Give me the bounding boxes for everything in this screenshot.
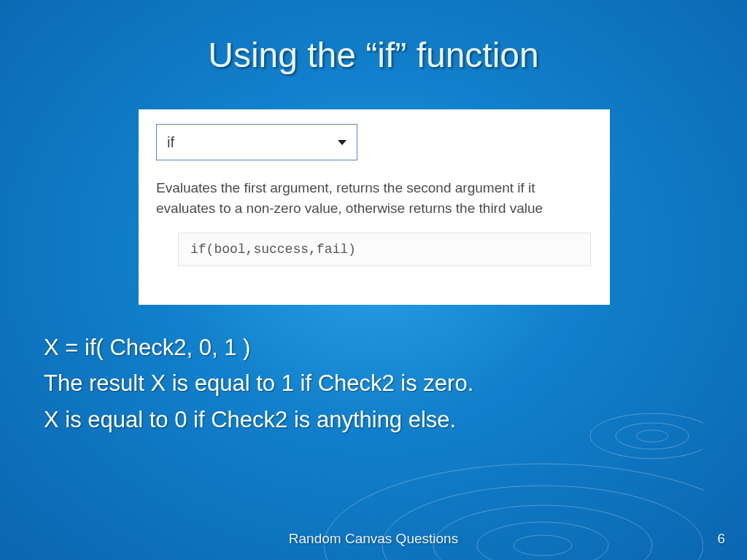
chevron-down-icon xyxy=(338,140,347,145)
body-line-1: X = if( Check2, 0, 1 ) xyxy=(44,332,703,363)
dropdown-value: if xyxy=(167,134,174,151)
body-line-2: The result X is equal to 1 if Check2 is … xyxy=(44,368,703,399)
slide-title: Using the “if” function xyxy=(0,35,747,75)
slide: Using the “if” function if Evaluates the… xyxy=(0,0,747,560)
function-description: Evaluates the first argument, returns th… xyxy=(156,178,592,218)
code-example: if(bool,success,fail) xyxy=(178,233,591,266)
page-number: 6 xyxy=(717,531,725,547)
info-panel: if Evaluates the first argument, returns… xyxy=(139,109,610,305)
footer-title: Random Canvas Questions xyxy=(0,531,747,547)
slide-body: X = if( Check2, 0, 1 ) The result X is e… xyxy=(44,332,703,440)
body-line-3: X is equal to 0 if Check2 is anything el… xyxy=(44,404,703,435)
svg-point-3 xyxy=(382,486,703,560)
function-dropdown[interactable]: if xyxy=(156,124,357,160)
